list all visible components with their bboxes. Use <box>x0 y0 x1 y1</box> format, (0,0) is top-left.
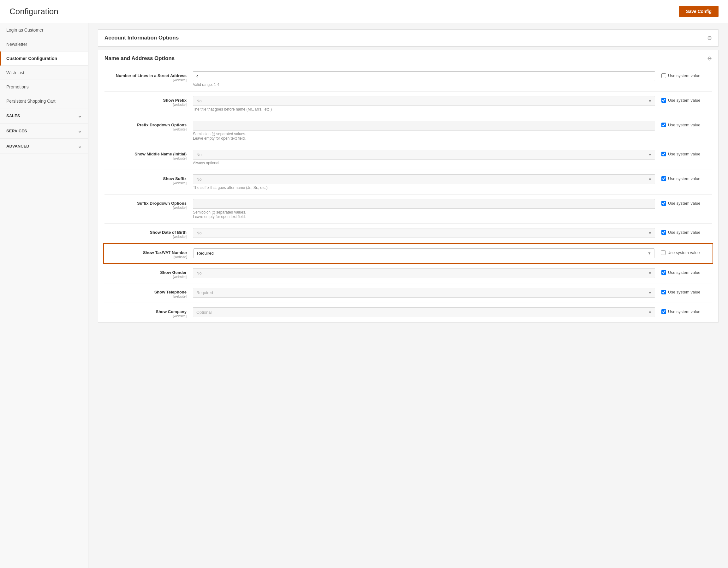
show-prefix-select-wrapper: NoOptionalRequired ▼ <box>193 96 655 106</box>
show-telephone-control: RequiredOptionalNo ▼ <box>193 288 661 298</box>
page-title: Configuration <box>9 7 58 16</box>
show-dob-system-label: Use system value <box>668 230 701 235</box>
sidebar-item-newsletter[interactable]: Newsletter <box>0 37 88 51</box>
show-suffix-select[interactable]: NoOptionalRequired <box>193 174 655 184</box>
show-suffix-label: Show Suffix <box>104 176 187 181</box>
content-wrapper: Login as Customer Newsletter Customer Co… <box>0 23 728 568</box>
show-company-label: Show Company <box>104 309 187 314</box>
show-gender-system: Use system value <box>661 268 712 275</box>
street-lines-input[interactable] <box>193 71 655 81</box>
prefix-dropdown-input[interactable] <box>193 121 655 130</box>
prefix-dropdown-scope: [website] <box>104 127 187 131</box>
show-dob-row: Show Date of Birth [website] NoOptionalR… <box>104 224 712 243</box>
show-telephone-system: Use system value <box>661 288 712 295</box>
show-middle-name-select[interactable]: NoOptionalRequired <box>193 150 655 159</box>
suffix-dropdown-label-col: Suffix Dropdown Options [website] <box>104 199 193 209</box>
street-lines-control: Valid range: 1-4 <box>193 71 661 87</box>
sidebar-item-promotions[interactable]: Promotions <box>0 80 88 94</box>
save-config-button[interactable]: Save Config <box>679 6 719 17</box>
show-dob-select[interactable]: NoOptionalRequired <box>193 228 655 238</box>
suffix-dropdown-input[interactable] <box>193 199 655 209</box>
show-company-label-col: Show Company [website] <box>104 308 193 318</box>
chevron-down-icon: ⌄ <box>78 113 82 119</box>
name-address-form: Number of Lines in a Street Address [web… <box>98 67 718 322</box>
show-tax-vat-label-col: Show Tax/VAT Number [website] <box>105 248 194 259</box>
name-address-section: Name and Address Options ⊖ Number of Lin… <box>98 50 719 323</box>
account-info-title: Account Information Options <box>104 35 179 41</box>
chevron-down-icon: ⌄ <box>78 143 82 149</box>
show-gender-select[interactable]: NoOptionalRequired <box>193 268 655 278</box>
prefix-dropdown-system-checkbox[interactable] <box>661 122 666 127</box>
show-gender-label-col: Show Gender [website] <box>104 268 193 278</box>
prefix-dropdown-label-col: Prefix Dropdown Options [website] <box>104 121 193 131</box>
suffix-dropdown-system-checkbox[interactable] <box>661 201 666 206</box>
street-lines-scope: [website] <box>104 78 187 82</box>
show-suffix-system-checkbox[interactable] <box>661 176 666 181</box>
sidebar-section-sales[interactable]: SALES ⌄ <box>0 108 88 123</box>
sidebar-item-login-as-customer[interactable]: Login as Customer <box>0 23 88 37</box>
prefix-dropdown-system: Use system value <box>661 121 712 127</box>
street-lines-label: Number of Lines in a Street Address <box>104 73 187 78</box>
sidebar: Login as Customer Newsletter Customer Co… <box>0 23 88 568</box>
show-tax-vat-select[interactable]: RequiredOptionalNo <box>194 248 654 258</box>
show-telephone-label-col: Show Telephone [website] <box>104 288 193 298</box>
show-tax-vat-system-checkbox[interactable] <box>661 250 665 255</box>
show-suffix-system: Use system value <box>661 174 712 181</box>
show-prefix-system-checkbox[interactable] <box>661 98 666 103</box>
show-suffix-system-label: Use system value <box>668 176 701 181</box>
show-telephone-select[interactable]: RequiredOptionalNo <box>193 288 655 298</box>
show-prefix-system-label: Use system value <box>668 98 701 103</box>
account-info-section: Account Information Options ⊖ <box>98 29 719 47</box>
show-company-row: Show Company [website] OptionalRequiredN… <box>104 303 712 322</box>
show-suffix-hint: The suffix that goes after name (Jr., Sr… <box>193 185 655 190</box>
name-address-toggle-icon[interactable]: ⊖ <box>707 55 712 62</box>
show-telephone-label: Show Telephone <box>104 290 187 295</box>
show-prefix-control: NoOptionalRequired ▼ The title that goes… <box>193 96 661 111</box>
show-gender-system-checkbox[interactable] <box>661 270 666 275</box>
show-middle-name-system-checkbox[interactable] <box>661 152 666 156</box>
show-prefix-select[interactable]: NoOptionalRequired <box>193 96 655 106</box>
show-telephone-select-wrapper: RequiredOptionalNo ▼ <box>193 288 655 298</box>
sidebar-section-advanced[interactable]: ADVANCED ⌄ <box>0 139 88 154</box>
street-lines-system-label: Use system value <box>668 73 701 78</box>
show-telephone-system-checkbox[interactable] <box>661 290 666 295</box>
show-tax-vat-control: RequiredOptionalNo ▼ <box>194 248 661 258</box>
show-prefix-scope: [website] <box>104 103 187 106</box>
street-lines-hint: Valid range: 1-4 <box>193 82 655 87</box>
name-address-header[interactable]: Name and Address Options ⊖ <box>98 50 718 67</box>
account-info-toggle-icon[interactable]: ⊖ <box>707 34 712 41</box>
show-dob-system-checkbox[interactable] <box>661 230 666 235</box>
show-company-scope: [website] <box>104 314 187 318</box>
show-dob-label-col: Show Date of Birth [website] <box>104 228 193 238</box>
street-lines-system-checkbox[interactable] <box>661 73 666 78</box>
page-wrapper: Configuration Save Config Login as Custo… <box>0 0 728 568</box>
prefix-dropdown-row: Prefix Dropdown Options [website] Semico… <box>104 116 712 145</box>
show-middle-name-control: NoOptionalRequired ▼ Always optional. <box>193 150 661 165</box>
street-lines-system: Use system value <box>661 71 712 78</box>
show-suffix-scope: [website] <box>104 181 187 185</box>
show-company-system-checkbox[interactable] <box>661 309 666 314</box>
page-header: Configuration Save Config <box>0 0 728 23</box>
show-gender-label: Show Gender <box>104 270 187 275</box>
account-info-header[interactable]: Account Information Options ⊖ <box>98 30 718 46</box>
show-prefix-hint: The title that goes before name (Mr., Mr… <box>193 107 655 111</box>
show-tax-vat-label: Show Tax/VAT Number <box>105 250 187 255</box>
show-middle-name-select-wrapper: NoOptionalRequired ▼ <box>193 150 655 159</box>
show-suffix-label-col: Show Suffix [website] <box>104 174 193 185</box>
show-company-select[interactable]: OptionalRequiredNo <box>193 308 655 317</box>
sidebar-item-wish-list[interactable]: Wish List <box>0 66 88 80</box>
sidebar-section-services[interactable]: SERVICES ⌄ <box>0 123 88 139</box>
show-suffix-select-wrapper: NoOptionalRequired ▼ <box>193 174 655 184</box>
show-tax-vat-scope: [website] <box>105 255 187 259</box>
show-dob-select-wrapper: NoOptionalRequired ▼ <box>193 228 655 238</box>
suffix-dropdown-system: Use system value <box>661 199 712 206</box>
show-middle-name-system: Use system value <box>661 150 712 156</box>
show-gender-select-wrapper: NoOptionalRequired ▼ <box>193 268 655 278</box>
chevron-down-icon: ⌄ <box>78 128 82 134</box>
suffix-dropdown-hint: Semicolon (;) separated values.Leave emp… <box>193 210 655 219</box>
show-company-select-wrapper: OptionalRequiredNo ▼ <box>193 308 655 317</box>
show-prefix-label-col: Show Prefix [website] <box>104 96 193 106</box>
show-middle-name-hint: Always optional. <box>193 161 655 165</box>
sidebar-item-persistent-shopping-cart[interactable]: Persistent Shopping Cart <box>0 94 88 108</box>
sidebar-item-customer-configuration[interactable]: Customer Configuration <box>0 51 88 66</box>
